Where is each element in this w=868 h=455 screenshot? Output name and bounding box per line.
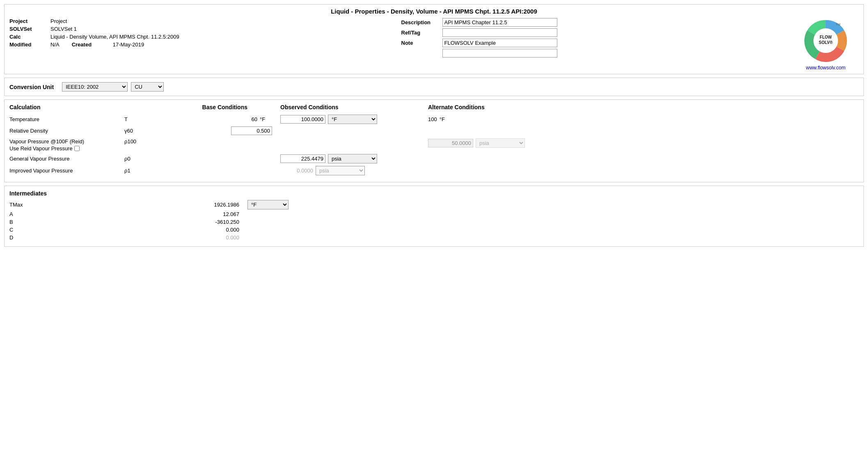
use-reid-checkbox[interactable]: [74, 146, 80, 151]
note-input[interactable]: [442, 39, 557, 47]
b-name: B: [9, 219, 157, 225]
temperature-name: Temperature: [9, 116, 124, 122]
reftag-row: Ref/Tag: [401, 28, 793, 37]
density-name: Relative Density: [9, 128, 124, 134]
general-vapour-observed-input[interactable]: [280, 154, 325, 163]
col-header-calculation: Calculation: [9, 104, 124, 110]
general-vapour-observed: psia: [272, 154, 412, 163]
temperature-symbol: T: [124, 116, 157, 122]
improved-vapour-symbol: ρ1: [124, 168, 157, 174]
description-input[interactable]: [442, 18, 557, 27]
c-name: C: [9, 227, 157, 233]
flowsolv-link[interactable]: www.flowsolv.com: [806, 65, 845, 71]
relative-density-row: Relative Density γ60: [9, 126, 859, 135]
modified-label: Modified: [9, 41, 50, 48]
use-reid-label: Use Reid Vapour Pressure: [9, 145, 73, 152]
tmax-row: TMax 1926.1986 °F: [9, 200, 859, 209]
svg-text:SOLV®: SOLV®: [819, 40, 833, 45]
temperature-base-unit: °F: [260, 116, 272, 122]
calc-row: Calc Liquid - Density Volume, API MPMS C…: [9, 34, 401, 40]
reftag-label: Ref/Tag: [401, 30, 442, 36]
vapour-symbol: ρ100: [124, 138, 157, 145]
conversion-unit-select[interactable]: IEEE10: 2002: [62, 82, 128, 92]
created-label: Created: [72, 41, 113, 48]
header-logo-area: FLOW SOLV® TM www.flowsolv.com: [793, 18, 859, 71]
main-container: Liquid - Properties - Density, Volume - …: [0, 0, 868, 455]
conversion-section: Conversion Unit IEEE10: 2002 CU: [4, 78, 864, 96]
vapour-alternate-unit-select: psia: [476, 138, 525, 148]
temperature-base-value: 60: [252, 116, 257, 122]
solvset-label: SOLVSet: [9, 26, 50, 32]
vapour-pressure-name: Vapour Pressure @100F (Reid): [9, 138, 124, 145]
a-name: A: [9, 211, 157, 217]
tmax-unit-select[interactable]: °F: [247, 200, 289, 209]
improved-vapour-row: Improved Vapour Pressure ρ1 0.0000 psia: [9, 166, 859, 175]
created-value: 17-May-2019: [113, 41, 144, 48]
temperature-base: 60 °F: [157, 116, 272, 122]
temperature-alternate-value: 100: [428, 116, 437, 122]
improved-vapour-unit-select[interactable]: psia: [316, 166, 365, 175]
temperature-observed-input[interactable]: [280, 115, 325, 124]
col-header-observed: Observed Conditions: [272, 104, 412, 110]
d-name: D: [9, 234, 157, 241]
note2-row: [401, 49, 793, 57]
improved-vapour-observed: 0.0000 psia: [272, 166, 412, 175]
modified-row: Modified N/A Created 17-May-2019: [9, 41, 401, 48]
cu-select[interactable]: CU: [131, 82, 164, 92]
general-vapour-unit-select[interactable]: psia: [328, 154, 377, 163]
improved-vapour-observed-value: 0.0000: [280, 168, 313, 174]
c-value: 0.000: [157, 227, 239, 233]
note-row: Note: [401, 39, 793, 47]
description-label: Description: [401, 19, 442, 25]
a-row: A 12.067: [9, 211, 859, 217]
calc-header-row: Calculation Base Conditions Observed Con…: [9, 104, 859, 110]
use-reid-row: Use Reid Vapour Pressure: [9, 145, 124, 152]
header-section: Liquid - Properties - Density, Volume - …: [4, 4, 864, 74]
flowsolv-logo: FLOW SOLV® TM: [803, 18, 848, 63]
d-value: 0.000: [157, 234, 239, 241]
intermediates-title: Intermediates: [9, 190, 859, 197]
temperature-alternate: 100 °F: [412, 116, 859, 122]
calc-section: Calculation Base Conditions Observed Con…: [4, 99, 864, 182]
general-vapour-name: General Vapour Pressure: [9, 156, 124, 162]
description-row: Description: [401, 18, 793, 27]
svg-text:FLOW: FLOW: [820, 35, 832, 39]
svg-text:TM: TM: [836, 23, 841, 26]
improved-vapour-name: Improved Vapour Pressure: [9, 168, 124, 174]
solvset-row: SOLVSet SOLVSet 1: [9, 26, 401, 32]
col-header-alternate: Alternate Conditions: [412, 104, 859, 110]
density-symbol: γ60: [124, 128, 157, 134]
col-header-base: Base Conditions: [157, 104, 272, 110]
density-base-input[interactable]: [231, 126, 272, 135]
reftag-input[interactable]: [442, 28, 557, 37]
d-row: D 0.000: [9, 234, 859, 241]
temperature-observed: °F: [272, 115, 412, 124]
general-vapour-row: General Vapour Pressure ρ0 psia: [9, 154, 859, 163]
project-row: Project Project: [9, 18, 401, 24]
vapour-name-group: Vapour Pressure @100F (Reid) Use Reid Va…: [9, 138, 124, 152]
conversion-label: Conversion Unit: [9, 84, 54, 90]
calc-label: Calc: [9, 34, 50, 40]
a-value: 12.067: [157, 211, 239, 217]
c-row: C 0.000: [9, 227, 859, 233]
b-value: -3610.250: [157, 219, 239, 225]
vapour-alternate: psia: [412, 138, 859, 148]
project-value: Project: [50, 18, 401, 24]
note-label: Note: [401, 40, 442, 46]
solvset-value: SOLVSet 1: [50, 26, 401, 32]
b-row: B -3610.250: [9, 219, 859, 225]
vapour-alternate-input: [428, 139, 473, 147]
calc-value: Liquid - Density Volume, API MPMS Chpt. …: [50, 34, 401, 40]
page-title: Liquid - Properties - Density, Volume - …: [9, 8, 859, 15]
temperature-alternate-unit: °F: [440, 116, 452, 122]
project-label: Project: [9, 18, 50, 24]
tmax-unit-area: °F: [239, 200, 289, 209]
header-left: Project Project SOLVSet SOLVSet 1 Calc L…: [9, 18, 401, 48]
tmax-value: 1926.1986: [157, 202, 239, 208]
temperature-row: Temperature T 60 °F °F 100 °F: [9, 115, 859, 124]
temperature-observed-unit-select[interactable]: °F: [328, 115, 377, 124]
tmax-name: TMax: [9, 202, 157, 208]
note2-input[interactable]: [442, 49, 557, 57]
header-grid: Project Project SOLVSet SOLVSet 1 Calc L…: [9, 18, 859, 71]
modified-value: N/A: [50, 41, 60, 48]
